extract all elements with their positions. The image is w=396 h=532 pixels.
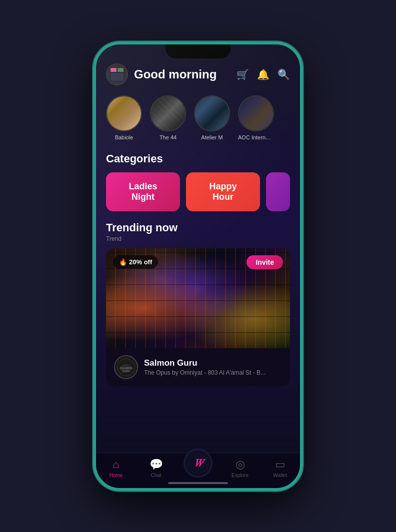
notch (166, 44, 230, 58)
nav-label-explore: Explore (232, 473, 248, 478)
stories-row: Babiole The 44 Atelier M (96, 91, 300, 148)
svg-text:GURU: GURU (122, 370, 130, 373)
third-category-button[interactable] (266, 172, 290, 211)
discount-text: 20% off (129, 258, 152, 266)
chat-icon: 💬 (150, 458, 163, 471)
home-icon: ⌂ (112, 458, 119, 471)
nav-label-wallet: Wallet (273, 473, 286, 478)
story-item-babiole[interactable]: Babiole (106, 95, 142, 140)
story-label-the44: The 44 (160, 134, 176, 140)
nav-item-explore[interactable]: ◎ Explore (228, 458, 252, 478)
story-item-aoc[interactable]: AOC Internation... (238, 95, 274, 140)
story-label-atelier: Atelier M (201, 134, 222, 140)
wallet-icon: ▭ (275, 458, 286, 471)
discount-badge: 🔥 20% off (113, 255, 158, 269)
avatar (106, 63, 128, 85)
screen: Good morning 🛒 🔔 🔍 Babiole (96, 44, 300, 488)
venue-details: Salmon Guru The Opus by Omniyat - 803 Al… (144, 358, 282, 376)
nav-item-wallet[interactable]: ▭ Wallet (268, 458, 292, 478)
cart-icon[interactable]: 🛒 (236, 68, 249, 80)
phone-frame: Good morning 🛒 🔔 🔍 Babiole (93, 41, 303, 491)
venue-address: The Opus by Omniyat - 803 Al A'amal St -… (144, 369, 282, 376)
ladies-night-button[interactable]: Ladies Night (106, 172, 180, 211)
happy-hour-button[interactable]: Happy Hour (186, 172, 260, 211)
explore-icon: ◎ (236, 458, 245, 471)
nav-label-home: Home (110, 473, 123, 478)
svg-rect-1 (110, 68, 116, 72)
trending-subtitle: Trend (106, 235, 290, 242)
trending-image: 🔥 20% off Invite (106, 248, 290, 348)
venue-name: Salmon Guru (144, 358, 282, 368)
w-logo: 𝑊 (194, 457, 202, 470)
search-icon[interactable]: 🔍 (278, 68, 290, 80)
trending-title: Trending now (106, 221, 290, 234)
venue-logo: SALMON GURU (114, 355, 138, 379)
invite-button[interactable]: Invite (246, 255, 283, 269)
trending-card[interactable]: 🔥 20% off Invite (106, 248, 290, 386)
trending-section: Trending now Trend 🔥 20% off Invite (96, 221, 300, 386)
story-label-babiole: Babiole (115, 134, 134, 140)
bar-scene-bg: 🔥 20% off Invite (106, 248, 290, 348)
phone-wrapper: Good morning 🛒 🔔 🔍 Babiole (0, 0, 396, 532)
story-label-aoc: AOC Internation... (238, 134, 274, 140)
nav-item-chat[interactable]: 💬 Chat (144, 458, 168, 478)
main-content: Categories Ladies Night Happy Hour Trend… (96, 148, 300, 453)
nav-item-home[interactable]: ⌂ Home (104, 458, 128, 478)
home-indicator (168, 482, 228, 484)
fire-icon: 🔥 (119, 258, 127, 266)
nav-label-chat: Chat (150, 473, 161, 478)
story-item-atelier[interactable]: Atelier M (194, 95, 230, 140)
story-item-the44[interactable]: The 44 (150, 95, 186, 140)
bell-icon[interactable]: 🔔 (257, 68, 270, 80)
venue-info: SALMON GURU Salmon Guru The Opus by Omni… (106, 348, 290, 386)
header-icons: 🛒 🔔 🔍 (236, 68, 290, 80)
svg-rect-2 (118, 68, 124, 72)
categories-row: Ladies Night Happy Hour (96, 172, 300, 221)
categories-title: Categories (96, 148, 300, 172)
nav-center-button[interactable]: 𝑊 (184, 449, 212, 478)
svg-rect-3 (110, 73, 124, 81)
greeting-text: Good morning (134, 67, 230, 81)
